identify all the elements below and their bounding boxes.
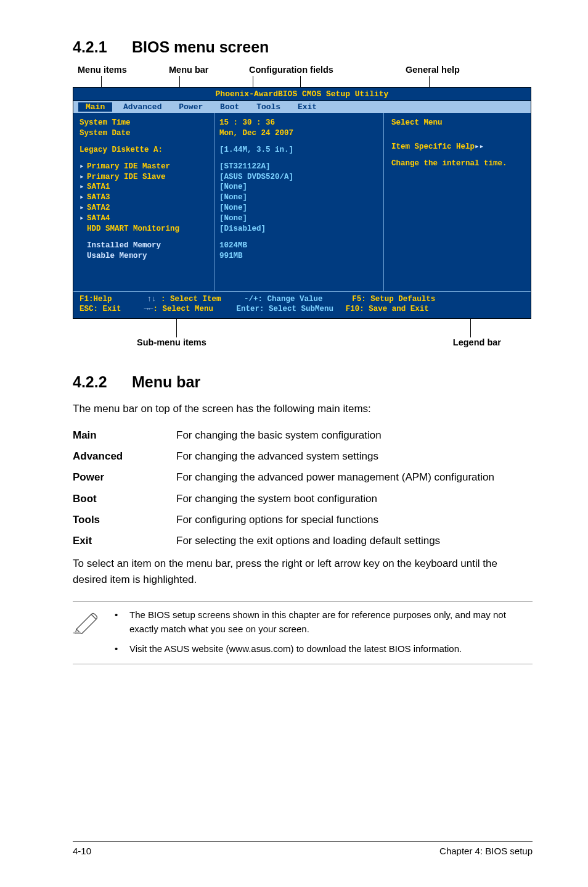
note-item-2: •Visit the ASUS website (www.asus.com) t… — [111, 642, 533, 656]
val-sata4: [None] — [219, 213, 378, 224]
item-sata3: ▸SATA3 — [80, 192, 210, 203]
def-term-main: Main — [73, 427, 176, 448]
tab-exit: Exit — [292, 102, 323, 112]
section-heading-422: 4.2.2Menu bar — [73, 373, 533, 391]
val-installed-memory: 1024MB — [219, 241, 378, 251]
def-desc-tools: For configuring options for special func… — [176, 512, 494, 533]
val-system-time: 15 : 30 : 36 — [219, 118, 378, 128]
label-menu-items: Menu items — [78, 65, 169, 75]
submenu-arrow-icon: ▸ — [80, 213, 87, 224]
item-primary-ide-master: ▸Primary IDE Master — [80, 162, 210, 172]
legend-row-2: ESC: Exit →←: Select Menu Enter: Select … — [80, 304, 526, 315]
page-footer: 4-10 Chapter 4: BIOS setup — [0, 841, 588, 856]
help-arrows-icon: ▸▸ — [475, 142, 484, 151]
def-desc-boot: For changing the system boot configurati… — [176, 491, 494, 512]
arrow-updown-icon: ↑↓ — [142, 295, 161, 303]
tab-boot: Boot — [214, 102, 245, 112]
note-item-1: •The BIOS setup screens shown in this ch… — [111, 608, 533, 636]
bios-help-column: Select Menu Item Specific Help▸▸ Change … — [384, 113, 531, 291]
bullet-icon: • — [111, 642, 129, 656]
val-system-date: Mon, Dec 24 2007 — [219, 128, 378, 139]
legend-row-1: F1:Help ↑↓ : Select Item -/+: Change Val… — [80, 294, 526, 305]
label-legend-bar: Legend bar — [453, 337, 501, 347]
bios-left-column: System Time System Date Legacy Diskette … — [73, 113, 214, 291]
tab-power: Power — [173, 102, 209, 112]
annotation-ticks-bottom — [78, 319, 533, 337]
item-legacy-diskette: Legacy Diskette A: — [80, 145, 210, 155]
val-legacy-diskette: [1.44M, 3.5 in.] — [219, 145, 378, 155]
val-hdd-smart: [Disabled] — [219, 224, 378, 234]
tab-main: Main — [78, 102, 112, 112]
bios-body: System Time System Date Legacy Diskette … — [73, 113, 531, 291]
label-menu-bar: Menu bar — [169, 65, 249, 75]
def-term-power: Power — [73, 469, 176, 490]
submenu-arrow-icon: ▸ — [80, 172, 87, 183]
help-text: Change the internal time. — [391, 159, 525, 169]
label-general-help: General help — [406, 65, 460, 75]
bios-annotation-labels-bottom: Sub-menu items Legend bar — [78, 337, 533, 347]
tab-tools: Tools — [250, 102, 287, 112]
def-term-advanced: Advanced — [73, 448, 176, 469]
annotation-ticks-top — [78, 76, 533, 87]
val-usable-memory: 991MB — [219, 251, 378, 262]
def-desc-advanced: For changing the advanced system setting… — [176, 448, 494, 469]
page-number: 4-10 — [73, 846, 91, 856]
val-sata3: [None] — [219, 192, 378, 203]
val-sata2: [None] — [219, 203, 378, 213]
item-primary-ide-slave: ▸Primary IDE Slave — [80, 172, 210, 183]
bios-annotation-labels-top: Menu items Menu bar Configuration fields… — [78, 65, 533, 75]
item-system-time: System Time — [80, 118, 210, 128]
item-sata2: ▸SATA2 — [80, 203, 210, 213]
note-list: •The BIOS setup screens shown in this ch… — [111, 608, 533, 656]
item-sata1: ▸SATA1 — [80, 182, 210, 192]
bios-legend-bar: F1:Help ↑↓ : Select Item -/+: Change Val… — [73, 291, 531, 319]
paragraph-intro: The menu bar on top of the screen has th… — [73, 401, 533, 417]
chapter-label: Chapter 4: BIOS setup — [439, 846, 533, 856]
label-config-fields: Configuration fields — [249, 65, 406, 75]
tab-advanced: Advanced — [117, 102, 168, 112]
def-term-exit: Exit — [73, 533, 176, 554]
help-item-specific: Item Specific Help▸▸ — [391, 142, 525, 152]
item-sata4: ▸SATA4 — [80, 213, 210, 224]
bullet-icon: • — [111, 608, 129, 636]
submenu-arrow-icon: ▸ — [80, 192, 87, 203]
val-primary-ide-slave: [ASUS DVDS520/A] — [219, 172, 378, 183]
val-sata1: [None] — [219, 182, 378, 192]
def-desc-power: For changing the advanced power manageme… — [176, 469, 494, 490]
bios-title-bar: Phoenix-AwardBIOS CMOS Setup Utility — [73, 88, 531, 101]
note-block: •The BIOS setup screens shown in this ch… — [73, 601, 533, 664]
submenu-arrow-icon: ▸ — [80, 203, 87, 213]
def-term-boot: Boot — [73, 491, 176, 512]
val-primary-ide-master: [ST321122A] — [219, 162, 378, 172]
section-number: 4.2.2 — [73, 373, 132, 391]
section-title: Menu bar — [132, 373, 200, 390]
item-usable-memory: Usable Memory — [80, 251, 210, 262]
item-system-date: System Date — [80, 128, 210, 139]
section-title: BIOS menu screen — [132, 38, 269, 56]
submenu-arrow-icon: ▸ — [80, 162, 87, 172]
help-select-menu: Select Menu — [391, 118, 525, 128]
menu-definitions: MainFor changing the basic system config… — [73, 427, 494, 555]
bios-screen: Phoenix-AwardBIOS CMOS Setup Utility Mai… — [73, 87, 531, 319]
label-submenu-items: Sub-menu items — [137, 337, 206, 347]
submenu-arrow-icon: ▸ — [80, 182, 87, 192]
submenu-arrow-icon — [80, 224, 87, 234]
def-desc-main: For changing the basic system configurat… — [176, 427, 494, 448]
def-desc-exit: For selecting the exit options and loadi… — [176, 533, 494, 554]
section-heading-421: 4.2.1BIOS menu screen — [73, 38, 533, 56]
bios-menu-bar: Main Advanced Power Boot Tools Exit — [73, 101, 531, 113]
item-hdd-smart: HDD SMART Monitoring — [80, 224, 210, 234]
section-number: 4.2.1 — [73, 38, 132, 56]
paragraph-select: To select an item on the menu bar, press… — [73, 556, 533, 588]
bios-config-column: 15 : 30 : 36 Mon, Dec 24 2007 [1.44M, 3.… — [214, 113, 384, 291]
item-installed-memory: Installed Memory — [80, 241, 210, 251]
arrow-leftright-icon: →← — [139, 305, 153, 313]
def-term-tools: Tools — [73, 512, 176, 533]
note-pencil-icon — [73, 608, 111, 656]
